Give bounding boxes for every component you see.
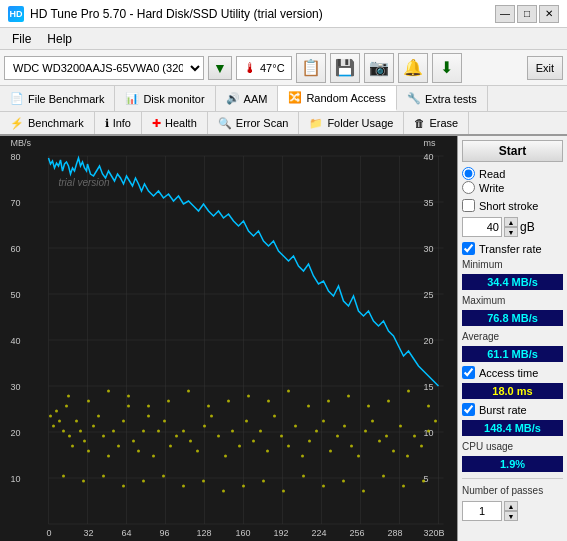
svg-text:40: 40 [11, 336, 21, 346]
maximize-button[interactable]: □ [517, 5, 537, 23]
passes-input[interactable] [462, 501, 502, 521]
tab-error-scan[interactable]: 🔍 Error Scan [208, 112, 300, 134]
main-content: MB/s 80 70 60 50 40 30 20 10 ms 40 35 30… [0, 136, 567, 541]
svg-point-67 [112, 430, 115, 433]
gb-input[interactable] [462, 217, 502, 237]
svg-point-73 [142, 430, 145, 433]
svg-point-61 [83, 440, 86, 443]
tab-extra-tests[interactable]: 🔧 Extra tests [397, 86, 488, 111]
health-icon: ✚ [152, 117, 161, 130]
menu-help[interactable]: Help [39, 30, 80, 48]
icon-btn-3[interactable]: 📷 [364, 53, 394, 83]
svg-point-64 [97, 415, 100, 418]
tab-aam[interactable]: 🔊 AAM [216, 86, 279, 111]
menu-file[interactable]: File [4, 30, 39, 48]
icon-btn-4[interactable]: 🔔 [398, 53, 428, 83]
maximum-value: 76.8 MB/s [462, 310, 563, 326]
svg-point-127 [262, 480, 265, 483]
exit-button[interactable]: Exit [527, 56, 563, 80]
svg-point-115 [427, 430, 430, 433]
svg-point-91 [259, 430, 262, 433]
svg-text:40: 40 [424, 152, 434, 162]
svg-point-109 [385, 435, 388, 438]
svg-point-92 [266, 450, 269, 453]
menu-bar: File Help [0, 28, 567, 50]
svg-point-117 [62, 475, 65, 478]
title-bar: HD HD Tune Pro 5.70 - Hard Disk/SSD Util… [0, 0, 567, 28]
svg-point-82 [196, 450, 199, 453]
cpu-usage-label: CPU usage [462, 441, 563, 452]
passes-spin-up[interactable]: ▲ [504, 501, 518, 511]
svg-point-144 [227, 400, 230, 403]
svg-text:0: 0 [47, 528, 52, 538]
svg-point-68 [117, 445, 120, 448]
svg-point-129 [302, 475, 305, 478]
svg-text:128: 128 [197, 528, 212, 538]
svg-point-103 [343, 425, 346, 428]
passes-spin-down[interactable]: ▼ [504, 511, 518, 521]
tab-random-access[interactable]: 🔀 Random Access [278, 86, 396, 111]
transfer-rate-label[interactable]: Transfer rate [462, 242, 563, 255]
tab-benchmark[interactable]: ⚡ Benchmark [0, 112, 95, 134]
svg-point-132 [362, 490, 365, 493]
read-radio-label[interactable]: Read [462, 167, 563, 180]
icon-btn-1[interactable]: 📋 [296, 53, 326, 83]
svg-point-139 [127, 395, 130, 398]
tabs-row-1: 📄 File Benchmark 📊 Disk monitor 🔊 AAM 🔀 … [0, 86, 567, 112]
temperature-value: 47°C [260, 62, 285, 74]
erase-icon: 🗑 [414, 117, 425, 129]
svg-point-124 [202, 480, 205, 483]
gb-spin-up[interactable]: ▲ [504, 217, 518, 227]
svg-text:20: 20 [11, 428, 21, 438]
svg-point-88 [238, 445, 241, 448]
svg-text:10: 10 [11, 474, 21, 484]
svg-text:MB/s: MB/s [11, 138, 32, 148]
svg-point-83 [203, 425, 206, 428]
transfer-rate-checkbox[interactable] [462, 242, 475, 255]
svg-point-74 [147, 415, 150, 418]
benchmark-icon: ⚡ [10, 117, 24, 130]
icon-btn-2[interactable]: 💾 [330, 53, 360, 83]
svg-text:15: 15 [424, 382, 434, 392]
svg-text:192: 192 [274, 528, 289, 538]
burst-rate-checkbox-label[interactable]: Burst rate [462, 403, 563, 416]
minimize-button[interactable]: — [495, 5, 515, 23]
access-time-checkbox[interactable] [462, 366, 475, 379]
svg-point-147 [287, 390, 290, 393]
disk-nav-button[interactable]: ▼ [208, 56, 232, 80]
start-button[interactable]: Start [462, 140, 563, 162]
access-time-checkbox-label[interactable]: Access time [462, 366, 563, 379]
passes-row: ▲ ▼ [462, 501, 563, 521]
app-icon: HD [8, 6, 24, 22]
tab-erase[interactable]: 🗑 Erase [404, 112, 469, 134]
burst-rate-checkbox[interactable] [462, 403, 475, 416]
tab-info[interactable]: ℹ Info [95, 112, 142, 134]
divider [462, 478, 563, 479]
tab-file-benchmark[interactable]: 📄 File Benchmark [0, 86, 115, 111]
icon-btn-5[interactable]: ⬇ [432, 53, 462, 83]
svg-text:256: 256 [350, 528, 365, 538]
aam-icon: 🔊 [226, 92, 240, 105]
short-stroke-checkbox[interactable] [462, 199, 475, 212]
disk-selector[interactable]: WDC WD3200AAJS-65VWA0 (320 GB) [4, 56, 204, 80]
read-radio[interactable] [462, 167, 475, 180]
close-button[interactable]: ✕ [539, 5, 559, 23]
svg-point-148 [307, 405, 310, 408]
svg-point-146 [267, 400, 270, 403]
tab-health[interactable]: ✚ Health [142, 112, 208, 134]
svg-point-106 [364, 430, 367, 433]
write-radio-label[interactable]: Write [462, 181, 563, 194]
svg-point-52 [52, 425, 55, 428]
svg-point-138 [107, 390, 110, 393]
svg-point-136 [67, 395, 70, 398]
svg-point-81 [189, 440, 192, 443]
svg-point-119 [102, 475, 105, 478]
short-stroke-label[interactable]: Short stroke [462, 199, 563, 212]
gb-spin-down[interactable]: ▼ [504, 227, 518, 237]
tab-folder-usage[interactable]: 📁 Folder Usage [299, 112, 404, 134]
svg-point-125 [222, 490, 225, 493]
svg-point-128 [282, 490, 285, 493]
svg-point-130 [322, 485, 325, 488]
tab-disk-monitor[interactable]: 📊 Disk monitor [115, 86, 215, 111]
write-radio[interactable] [462, 181, 475, 194]
